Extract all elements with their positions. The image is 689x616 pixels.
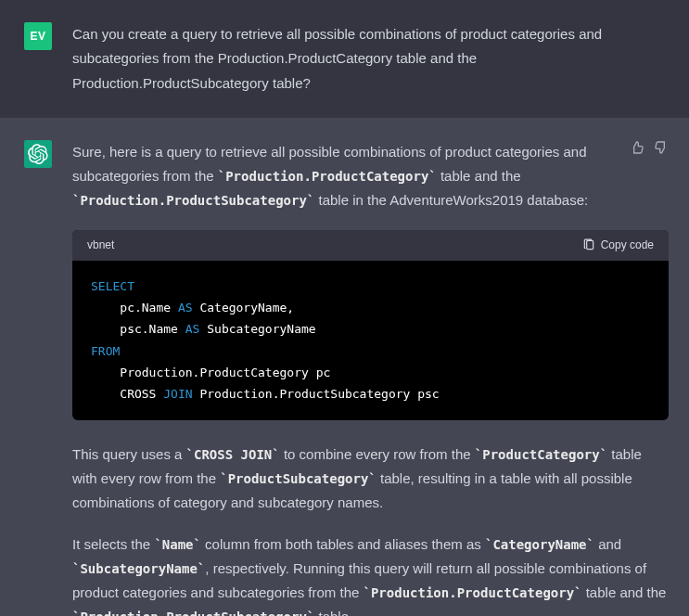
feedback-buttons bbox=[630, 140, 669, 155]
inline-code: `CROSS JOIN` bbox=[186, 447, 280, 462]
inline-code: `SubcategoryName` bbox=[72, 561, 205, 576]
copy-code-label: Copy code bbox=[601, 236, 654, 255]
copy-code-button[interactable]: Copy code bbox=[582, 236, 654, 255]
user-avatar: EV bbox=[24, 22, 52, 50]
inline-code: `Production.ProductCategory` bbox=[364, 585, 582, 600]
inline-code: `Production.ProductSubcategory` bbox=[72, 610, 314, 616]
assistant-message: Sure, here is a query to retrieve all po… bbox=[0, 118, 689, 616]
inline-code: `Production.ProductCategory` bbox=[218, 169, 437, 184]
code-language-label: vbnet bbox=[87, 236, 114, 255]
code-block: vbnet Copy code SELECT pc.Name AS Catego… bbox=[72, 230, 669, 420]
assistant-content: Sure, here is a query to retrieve all po… bbox=[72, 140, 669, 616]
user-text: Can you create a query to retrieve all p… bbox=[72, 26, 602, 91]
inline-code: `Production.ProductSubcategory` bbox=[72, 193, 314, 208]
assistant-paragraph-3: It selects the `Name` column from both t… bbox=[72, 533, 669, 616]
inline-code: `ProductSubcategory` bbox=[220, 471, 376, 486]
openai-logo-icon bbox=[28, 144, 48, 164]
code-content[interactable]: SELECT pc.Name AS CategoryName, psc.Name… bbox=[72, 261, 669, 420]
inline-code: `CategoryName` bbox=[485, 537, 594, 552]
thumbs-down-icon[interactable] bbox=[654, 140, 669, 155]
svg-rect-0 bbox=[586, 240, 593, 249]
thumbs-up-icon[interactable] bbox=[630, 140, 644, 155]
clipboard-icon bbox=[582, 238, 595, 251]
assistant-paragraph-2: This query uses a `CROSS JOIN` to combin… bbox=[72, 443, 669, 516]
user-message: EV Can you create a query to retrieve al… bbox=[0, 0, 689, 118]
assistant-paragraph-1: Sure, here is a query to retrieve all po… bbox=[72, 140, 669, 213]
user-content: Can you create a query to retrieve all p… bbox=[72, 22, 669, 96]
inline-code: `Name` bbox=[154, 537, 201, 552]
code-header: vbnet Copy code bbox=[72, 230, 669, 261]
assistant-avatar bbox=[24, 140, 52, 168]
inline-code: `ProductCategory` bbox=[475, 447, 607, 462]
